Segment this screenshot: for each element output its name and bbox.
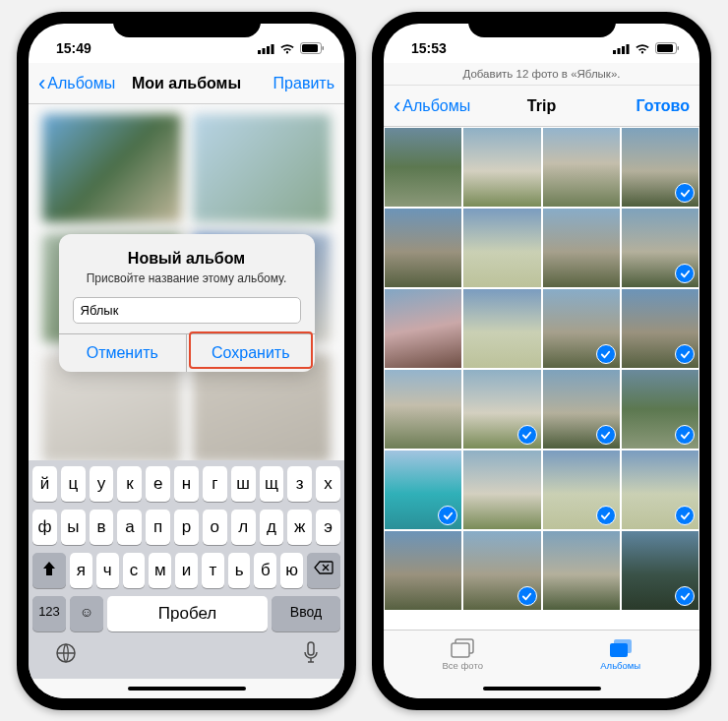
photo-thumbnail[interactable] xyxy=(463,128,540,207)
key-letter[interactable]: в xyxy=(90,510,114,545)
svg-rect-15 xyxy=(678,46,680,50)
tab-albums[interactable]: Альбомы xyxy=(542,631,700,679)
key-letter[interactable]: н xyxy=(174,466,199,502)
key-emoji[interactable]: ☺ xyxy=(70,596,103,631)
svg-rect-5 xyxy=(302,44,318,52)
key-letter[interactable]: и xyxy=(175,553,198,588)
nav-title: Мои альбомы xyxy=(132,75,241,92)
photos-icon xyxy=(451,638,474,658)
content-area: Новый альбом Присвойте название этому ал… xyxy=(29,104,344,460)
key-letter[interactable]: х xyxy=(316,466,340,502)
check-icon xyxy=(675,183,695,203)
album-name-input[interactable] xyxy=(73,297,301,324)
photo-thumbnail[interactable] xyxy=(622,531,698,610)
key-letter[interactable]: щ xyxy=(260,466,284,502)
keyboard[interactable]: йцукенгшщзх фывапролджэ ячсмитьбю 123 ☺ … xyxy=(29,460,344,679)
key-letter[interactable]: я xyxy=(70,553,92,588)
globe-icon[interactable] xyxy=(54,641,78,671)
keyboard-row-1: йцукенгшщзх xyxy=(32,466,340,502)
cellular-icon xyxy=(613,43,630,54)
screen-left: 15:49 ‹ Альбомы Мои альбомы Править xyxy=(29,24,344,698)
key-letter[interactable]: м xyxy=(149,553,171,588)
photo-thumbnail[interactable] xyxy=(463,370,540,449)
cancel-button[interactable]: Отменить xyxy=(59,334,188,372)
key-letter[interactable]: ч xyxy=(96,553,119,588)
key-letter[interactable]: ь xyxy=(228,553,251,588)
photo-thumbnail[interactable] xyxy=(463,209,540,287)
photo-thumbnail[interactable] xyxy=(463,289,540,368)
key-numbers[interactable]: 123 xyxy=(32,596,66,631)
new-album-alert: Новый альбом Присвойте название этому ал… xyxy=(59,234,315,372)
key-letter[interactable]: ш xyxy=(231,466,256,502)
key-letter[interactable]: э xyxy=(316,510,340,545)
status-time: 15:49 xyxy=(56,40,91,56)
photo-thumbnail[interactable] xyxy=(385,209,461,287)
key-backspace[interactable] xyxy=(307,553,340,588)
photo-thumbnail[interactable] xyxy=(622,451,698,529)
key-letter[interactable]: у xyxy=(90,466,114,502)
photo-thumbnail[interactable] xyxy=(385,531,461,610)
photo-thumbnail[interactable] xyxy=(543,128,620,207)
photo-thumbnail[interactable] xyxy=(543,451,620,529)
photo-thumbnail[interactable] xyxy=(622,289,698,368)
chevron-left-icon: ‹ xyxy=(38,73,45,94)
mic-icon[interactable] xyxy=(303,641,319,671)
nav-edit-button[interactable]: Править xyxy=(256,75,334,92)
photo-thumbnail[interactable] xyxy=(622,209,698,287)
key-letter[interactable]: п xyxy=(146,510,170,545)
home-indicator[interactable] xyxy=(384,679,699,698)
key-letter[interactable]: ц xyxy=(61,466,86,502)
battery-icon xyxy=(300,42,325,54)
check-icon xyxy=(675,586,695,606)
photo-thumbnail[interactable] xyxy=(543,531,620,610)
photo-thumbnail[interactable] xyxy=(543,289,620,368)
nav-done-button[interactable]: Готово xyxy=(611,97,690,115)
key-letter[interactable]: к xyxy=(117,466,142,502)
photo-thumbnail[interactable] xyxy=(622,370,698,449)
nav-back-button[interactable]: ‹ Альбомы xyxy=(394,95,472,117)
check-icon xyxy=(675,506,695,525)
album-tile xyxy=(42,114,181,222)
notch xyxy=(113,12,261,37)
nav-back-button[interactable]: ‹ Альбомы xyxy=(38,73,117,94)
notch xyxy=(468,12,616,37)
photo-thumbnail[interactable] xyxy=(385,370,461,449)
add-photos-subheader: Добавить 12 фото в «Яблык». xyxy=(384,63,699,86)
key-letter[interactable]: л xyxy=(231,510,256,545)
svg-rect-19 xyxy=(610,643,628,657)
tab-all-photos[interactable]: Все фото xyxy=(384,631,542,679)
key-letter[interactable]: а xyxy=(117,510,142,545)
key-letter[interactable]: д xyxy=(260,510,284,545)
key-letter[interactable]: ы xyxy=(61,510,86,545)
save-button[interactable]: Сохранить xyxy=(187,334,315,372)
key-letter[interactable]: о xyxy=(203,510,227,545)
key-letter[interactable]: ю xyxy=(280,553,303,588)
home-indicator[interactable] xyxy=(29,679,344,698)
key-letter[interactable]: ж xyxy=(287,510,312,545)
photo-thumbnail[interactable] xyxy=(543,370,620,449)
key-letter[interactable]: г xyxy=(203,466,227,502)
key-letter[interactable]: т xyxy=(202,553,224,588)
check-icon xyxy=(596,506,616,525)
key-shift[interactable] xyxy=(32,553,66,588)
key-letter[interactable]: р xyxy=(174,510,199,545)
svg-rect-6 xyxy=(323,46,325,50)
key-letter[interactable]: ф xyxy=(32,510,57,545)
key-enter[interactable]: Ввод xyxy=(272,596,340,631)
status-icons xyxy=(258,42,325,54)
key-letter[interactable]: б xyxy=(254,553,276,588)
photo-thumbnail[interactable] xyxy=(463,451,540,529)
photo-thumbnail[interactable] xyxy=(543,209,620,287)
check-icon xyxy=(438,506,457,525)
key-letter[interactable]: й xyxy=(32,466,57,502)
photo-thumbnail[interactable] xyxy=(385,451,461,529)
key-letter[interactable]: з xyxy=(287,466,312,502)
photo-thumbnail[interactable] xyxy=(463,531,540,610)
key-letter[interactable]: е xyxy=(146,466,170,502)
photo-thumbnail[interactable] xyxy=(385,128,461,207)
photo-thumbnail[interactable] xyxy=(385,289,461,368)
key-space[interactable]: Пробел xyxy=(107,596,268,631)
key-letter[interactable]: с xyxy=(123,553,146,588)
photo-thumbnail[interactable] xyxy=(622,128,698,207)
svg-rect-1 xyxy=(263,48,266,54)
